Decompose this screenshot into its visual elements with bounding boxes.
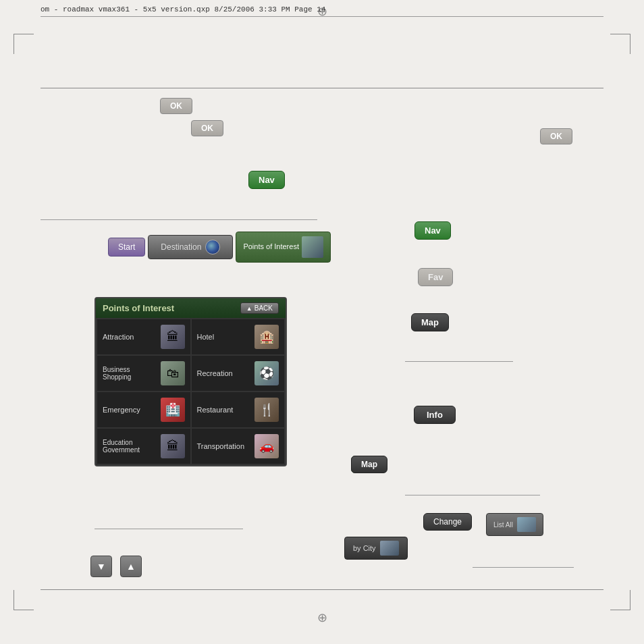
poi-label-recreation: Recreation <box>197 369 252 377</box>
ok-button-2[interactable]: OK <box>191 120 223 136</box>
poi-cell-hotel[interactable]: Hotel 🏨 <box>192 319 285 354</box>
fav-button-1[interactable]: Fav <box>418 268 453 286</box>
poi-label-transport: Transportation <box>197 442 252 450</box>
section-divider-3 <box>405 495 540 495</box>
poi-cell-emergency[interactable]: Emergency 🏥 <box>97 392 190 427</box>
poi-label-business: Business Shopping <box>103 366 158 381</box>
poi-button[interactable]: Points of Interest <box>236 232 331 263</box>
section-divider-2 <box>405 361 513 362</box>
list-all-photo-icon <box>517 517 536 532</box>
poi-photo-icon <box>302 236 323 258</box>
ok-button-1[interactable]: OK <box>160 98 192 114</box>
corner-mark-tr <box>610 34 630 54</box>
poi-cell-attraction[interactable]: Attraction 🏛 <box>97 319 190 354</box>
header-text: om - roadmax vmax361 - 5x5 version.qxp 8… <box>41 5 325 14</box>
poi-cell-education[interactable]: Education Government 🏛 <box>97 429 190 464</box>
arrow-up-icon: ▲ <box>246 305 252 312</box>
destination-button[interactable]: Destination <box>148 235 233 259</box>
poi-cell-business[interactable]: Business Shopping 🛍 <box>97 356 190 391</box>
poi-label-emergency: Emergency <box>103 406 158 414</box>
poi-label-attraction: Attraction <box>103 333 158 341</box>
poi-title: Points of Interest <box>103 303 174 313</box>
section-divider-4 <box>95 529 243 529</box>
ok-button-3[interactable]: OK <box>540 128 572 144</box>
change-button[interactable]: Change <box>423 513 472 531</box>
start-button[interactable]: Start <box>108 238 145 257</box>
dest-bar: Start Destination Points of Interest <box>108 232 331 263</box>
hotel-icon: 🏨 <box>254 325 279 349</box>
crosshair-bottom: ⊕ <box>317 610 327 625</box>
recreation-icon: ⚽ <box>254 361 279 385</box>
nav-button-1[interactable]: Nav <box>248 171 285 189</box>
restaurant-icon: 🍴 <box>254 398 279 422</box>
section-divider-5 <box>473 567 574 568</box>
emergency-icon: 🏥 <box>161 398 185 422</box>
poi-grid: Attraction 🏛 Hotel 🏨 Business Shopping 🛍… <box>96 318 286 465</box>
corner-mark-br <box>610 590 630 610</box>
poi-cell-recreation[interactable]: Recreation ⚽ <box>192 356 285 391</box>
poi-back-button[interactable]: ▲ BACK <box>240 302 279 314</box>
section-divider-1 <box>41 219 317 220</box>
page-header: om - roadmax vmax361 - 5x5 version.qxp 8… <box>41 5 603 17</box>
content-border-top <box>41 88 603 88</box>
scroll-down-button[interactable]: ▼ <box>90 556 112 577</box>
globe-icon <box>205 240 220 254</box>
map-button-1[interactable]: Map <box>411 313 449 331</box>
list-all-button[interactable]: List All <box>486 513 543 536</box>
info-button[interactable]: Info <box>414 406 456 424</box>
corner-mark-bl <box>14 590 34 610</box>
by-city-button[interactable]: by City <box>344 537 408 560</box>
poi-panel: Points of Interest ▲ BACK Attraction 🏛 H… <box>95 297 287 466</box>
corner-mark-tl <box>14 34 34 54</box>
poi-label-restaurant: Restaurant <box>197 406 252 414</box>
chevron-down-icon: ▼ <box>97 561 106 572</box>
poi-label-hotel: Hotel <box>197 333 252 341</box>
transport-icon: 🚗 <box>254 434 279 458</box>
poi-cell-transport[interactable]: Transportation 🚗 <box>192 429 285 464</box>
poi-cell-restaurant[interactable]: Restaurant 🍴 <box>192 392 285 427</box>
business-icon: 🛍 <box>161 361 185 385</box>
nav-button-2[interactable]: Nav <box>414 221 451 240</box>
by-city-photo-icon <box>380 541 399 556</box>
chevron-up-icon: ▲ <box>126 561 136 572</box>
content-border-bottom <box>41 589 603 590</box>
poi-label-education: Education Government <box>103 439 158 454</box>
scroll-up-button[interactable]: ▲ <box>120 556 142 577</box>
attraction-icon: 🏛 <box>161 325 185 349</box>
map-button-2[interactable]: Map <box>351 456 387 473</box>
education-icon: 🏛 <box>161 434 185 458</box>
poi-header: Points of Interest ▲ BACK <box>96 298 286 318</box>
